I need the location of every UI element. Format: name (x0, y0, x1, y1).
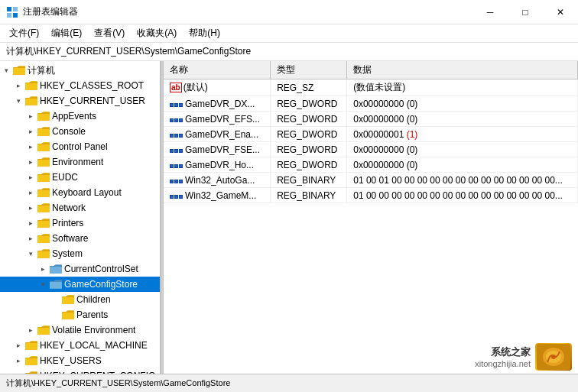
tree-node-gameconfigstore[interactable]: GameConfigStore (0, 277, 160, 292)
tree-node-hklm[interactable]: HKEY_LOCAL_MACHINE (0, 338, 160, 353)
tree-arrow[interactable] (24, 232, 37, 245)
folder-icon (37, 141, 50, 152)
tree-node-label: System (52, 248, 83, 259)
tree-arrow[interactable] (24, 125, 37, 138)
col-data: 数据 (347, 61, 578, 79)
tree-arrow[interactable] (24, 171, 37, 183)
tree-node-hkcr[interactable]: HKEY_CLASSES_ROOT (0, 78, 160, 93)
tree-arrow[interactable] (49, 309, 61, 321)
cell-data: 0x00000000 (0) (347, 112, 578, 127)
tree-arrow[interactable] (37, 263, 49, 275)
tree-node-computer[interactable]: 计算机 (0, 63, 160, 78)
folder-icon (37, 111, 50, 121)
menu-item[interactable]: 收藏夹(A) (131, 25, 183, 41)
title-bar: 注册表编辑器 ─ □ ✕ (0, 0, 578, 24)
tree-node-printers[interactable]: Printers (0, 215, 160, 231)
table-row[interactable]: Win32_AutoGa...REG_BINARY01 00 01 00 00 … (164, 173, 578, 188)
cell-data: 0x00000000 (0) (347, 157, 578, 173)
table-row[interactable]: GameDVR_DX...REG_DWORD0x00000000 (0) (164, 96, 578, 112)
svg-point-7 (551, 355, 556, 359)
tree-arrow[interactable] (24, 248, 37, 260)
tree-node-label: Network (52, 202, 86, 213)
menu-item[interactable]: 编辑(E) (45, 25, 88, 41)
folder-icon (37, 172, 50, 183)
tree-node-hkcu[interactable]: HKEY_CURRENT_USER (0, 93, 160, 109)
tree-node-keyboardlayout[interactable]: Keyboard Layout (0, 185, 160, 200)
minimize-button[interactable]: ─ (472, 0, 508, 24)
tree-arrow[interactable] (24, 217, 37, 229)
tree-node-parents[interactable]: Parents (0, 307, 160, 322)
svg-rect-2 (7, 13, 11, 18)
folder-icon (24, 80, 38, 91)
watermark-site: 系统之家 (475, 345, 531, 359)
folder-icon (37, 218, 50, 228)
table-row[interactable]: GameDVR_FSE...REG_DWORD0x00000000 (0) (164, 142, 578, 157)
watermark-url: xitongzhijia.net (475, 359, 531, 368)
menu-item[interactable]: 文件(F) (3, 25, 45, 41)
tree-arrow[interactable] (12, 95, 24, 107)
tree-arrow[interactable] (12, 79, 24, 92)
watermark-logo (535, 343, 572, 371)
tree-arrow[interactable] (24, 202, 37, 214)
tree-node-label: HKEY_USERS (40, 355, 102, 366)
tree-arrow[interactable] (12, 370, 24, 374)
tree-arrow[interactable] (49, 293, 61, 306)
tree-arrow[interactable] (24, 156, 37, 168)
folder-icon (49, 264, 63, 274)
tree-node-network[interactable]: Network (0, 200, 160, 215)
cell-type: REG_BINARY (271, 173, 347, 188)
tree-arrow[interactable] (0, 64, 12, 76)
tree-arrow[interactable] (12, 355, 24, 367)
cell-data: 0x00000001 (1) (347, 127, 578, 142)
table-row[interactable]: GameDVR_EFS...REG_DWORD0x00000000 (0) (164, 112, 578, 127)
tree-arrow[interactable] (24, 141, 37, 153)
tree-arrow[interactable] (24, 110, 37, 122)
tree-node-label: Control Panel (52, 141, 108, 152)
window-controls: ─ □ ✕ (472, 0, 578, 24)
tree-node-environment[interactable]: Environment (0, 154, 160, 170)
tree-node-label: HKEY_CURRENT_CONFIG (40, 371, 155, 374)
cell-data: 01 00 01 00 00 00 00 00 00 00 00 00 00 0… (347, 173, 578, 188)
tree-node-label: CurrentControlSet (64, 264, 138, 274)
col-type: 类型 (271, 61, 347, 79)
tree-node-label: Children (76, 294, 111, 305)
tree-node-eudc[interactable]: EUDC (0, 170, 160, 185)
svg-rect-3 (13, 13, 18, 18)
tree-node-children[interactable]: Children (0, 292, 160, 307)
folder-icon (37, 325, 50, 335)
tree-node-software[interactable]: Software (0, 231, 160, 246)
tree-arrow[interactable] (12, 339, 24, 352)
tree-node-hkcc[interactable]: HKEY_CURRENT_CONFIG (0, 368, 160, 374)
tree-node-label: Volatile Environment (52, 325, 135, 335)
tree-node-label: EUDC (52, 172, 78, 183)
cell-data: 0x00000000 (0) (347, 96, 578, 112)
tree-node-volatileenv[interactable]: Volatile Environment (0, 322, 160, 338)
tree-arrow[interactable] (37, 278, 49, 290)
tree-node-system[interactable]: System (0, 246, 160, 261)
cell-name: GameDVR_Ho... (164, 157, 271, 173)
address-text: 计算机\HKEY_CURRENT_USER\System\GameConfigS… (6, 45, 251, 58)
maximize-button[interactable]: □ (508, 0, 543, 24)
table-row[interactable]: GameDVR_Ho...REG_DWORD0x00000000 (0) (164, 157, 578, 173)
tree-node-hku[interactable]: HKEY_USERS (0, 353, 160, 368)
folder-icon (49, 279, 63, 290)
table-row[interactable]: ab(默认)REG_SZ(数值未设置) (164, 79, 578, 96)
tree-arrow[interactable] (24, 186, 37, 199)
close-button[interactable]: ✕ (543, 0, 578, 24)
tree-node-controlpanel[interactable]: Control Panel (0, 139, 160, 154)
tree-node-console[interactable]: Console (0, 124, 160, 139)
cell-name: GameDVR_FSE... (164, 142, 271, 157)
tree-node-appevents[interactable]: AppEvents (0, 109, 160, 124)
tree-node-label: 计算机 (28, 64, 55, 77)
tree-arrow[interactable] (24, 324, 37, 336)
menu-item[interactable]: 查看(V) (88, 25, 131, 41)
menu-item[interactable]: 帮助(H) (183, 25, 226, 41)
table-row[interactable]: GameDVR_Ena...REG_DWORD0x00000001 (1) (164, 127, 578, 142)
tree-node-currentcontrolset[interactable]: CurrentControlSet (0, 261, 160, 277)
cell-name: Win32_GameM... (164, 188, 271, 203)
cell-data: (数值未设置) (347, 79, 578, 96)
tree-panel[interactable]: 计算机 HKEY_CLASSES_ROOT HKEY_CURRENT_USER … (0, 61, 161, 374)
table-row[interactable]: Win32_GameM...REG_BINARY01 00 00 00 00 0… (164, 188, 578, 203)
cell-name: Win32_AutoGa... (164, 173, 271, 188)
folder-icon (61, 309, 75, 320)
